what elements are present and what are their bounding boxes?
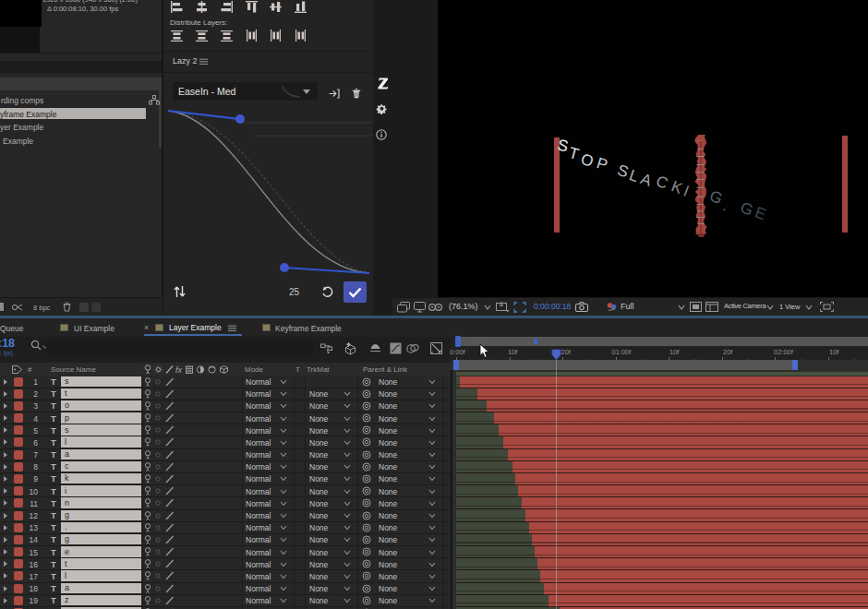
svg-text:T: T bbox=[567, 144, 581, 163]
svg-text:E: E bbox=[753, 203, 768, 223]
svg-text:C: C bbox=[654, 173, 670, 193]
svg-text:O: O bbox=[579, 150, 596, 171]
svg-text:A: A bbox=[638, 170, 655, 190]
svg-text:P: P bbox=[595, 154, 609, 173]
svg-text:S: S bbox=[556, 136, 571, 155]
svg-text:G: G bbox=[707, 187, 725, 208]
svg-text:fx: fx bbox=[175, 365, 183, 375]
svg-text:.: . bbox=[720, 197, 730, 214]
